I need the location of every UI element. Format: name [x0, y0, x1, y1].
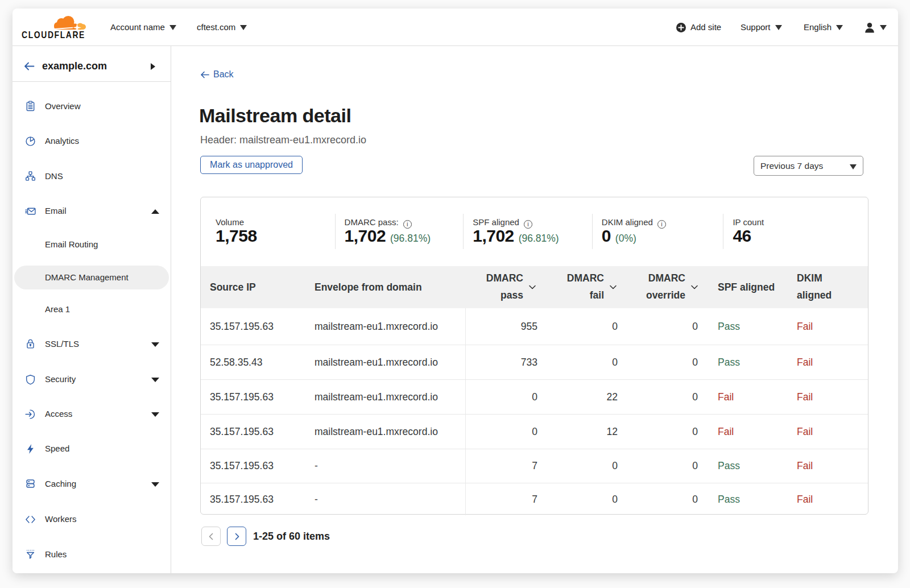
- svg-text:CLOUDFLARE: CLOUDFLARE: [22, 30, 85, 40]
